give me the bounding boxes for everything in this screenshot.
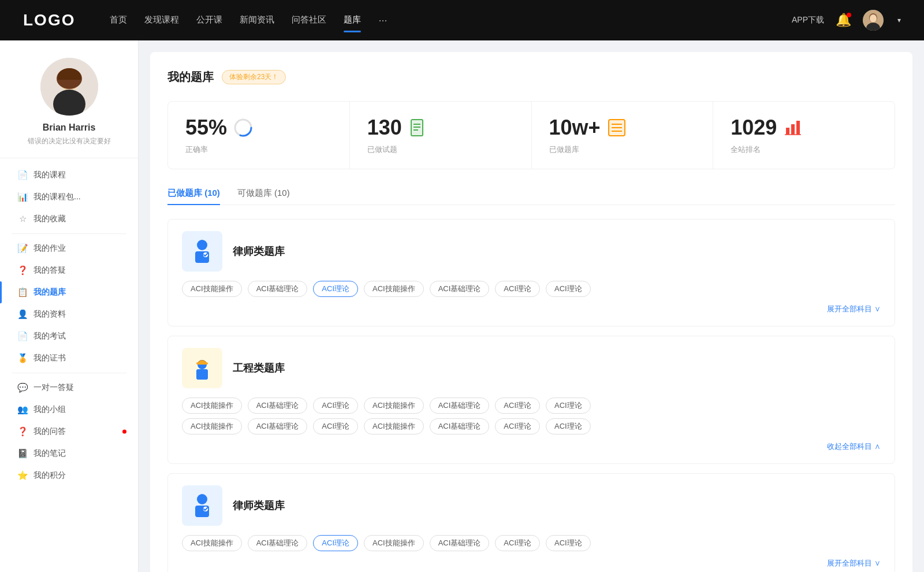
tag-1-1[interactable]: ACI基础理论	[248, 281, 308, 297]
nav-discover[interactable]: 发现课程	[144, 11, 179, 30]
sidebar-item-notes[interactable]: 📓 我的笔记	[0, 443, 138, 465]
sidebar-label-homework: 我的作业	[33, 243, 66, 254]
sidebar-label-my-questions: 我的问答	[33, 426, 66, 437]
sidebar-label-1on1: 一对一答疑	[33, 382, 74, 393]
tag-3-0[interactable]: ACI技能操作	[182, 535, 242, 551]
user-menu-chevron[interactable]: ▾	[897, 16, 901, 24]
stat-rank-top: 1029	[731, 116, 877, 140]
tab-done-banks[interactable]: 已做题库 (10)	[167, 188, 220, 205]
tag-3-5[interactable]: ACI理论	[495, 535, 540, 551]
tag-2r2-5[interactable]: ACI理论	[495, 418, 540, 434]
tag-2r2-6[interactable]: ACI理论	[546, 418, 591, 434]
stat-rank-value: 1029	[731, 116, 777, 140]
qbank-card-3: 律师类题库 ACI技能操作 ACI基础理论 ACI理论 ACI技能操作 ACI基…	[167, 473, 895, 572]
sidebar-item-groups[interactable]: 👥 我的小组	[0, 399, 138, 421]
tag-1-2[interactable]: ACI理论	[313, 281, 358, 297]
qbank-card-1-expand[interactable]: 展开全部科目 ∨	[182, 302, 881, 314]
tag-3-6[interactable]: ACI理论	[546, 535, 591, 551]
tag-1-3[interactable]: ACI技能操作	[364, 281, 424, 297]
tag-2r2-3[interactable]: ACI技能操作	[364, 418, 424, 434]
svg-point-30	[197, 494, 207, 504]
sidebar-item-questionbank[interactable]: 📋 我的题库	[0, 281, 138, 303]
groups-icon: 👥	[17, 404, 28, 415]
stat-questions-value: 130	[367, 116, 402, 140]
qbank-card-1-tags: ACI技能操作 ACI基础理论 ACI理论 ACI技能操作 ACI基础理论 AC…	[182, 281, 881, 297]
qbank-card-3-expand[interactable]: 展开全部科目 ∨	[182, 556, 881, 569]
qbank-card-2-header: 工程类题库	[182, 348, 881, 388]
tag-1-0[interactable]: ACI技能操作	[182, 281, 242, 297]
sidebar-item-favorites[interactable]: ☆ 我的收藏	[0, 208, 138, 230]
tag-2r2-4[interactable]: ACI基础理论	[430, 418, 490, 434]
sidebar-item-my-questions[interactable]: ❓ 我的问答	[0, 421, 138, 443]
sidebar-item-qa[interactable]: ❓ 我的答疑	[0, 259, 138, 281]
sidebar-label-certificate: 我的证书	[33, 353, 66, 363]
exam-icon: 📄	[17, 331, 28, 341]
nav-open-course[interactable]: 公开课	[196, 11, 222, 30]
tag-1-6[interactable]: ACI理论	[546, 281, 591, 297]
sidebar-item-certificate[interactable]: 🏅 我的证书	[0, 347, 138, 369]
profile-name: Brian Harris	[43, 122, 96, 133]
svg-rect-29	[196, 362, 208, 365]
tag-2-4[interactable]: ACI基础理论	[430, 398, 490, 414]
sidebar-label-profile: 我的资料	[33, 309, 66, 320]
qbank-card-3-header: 律师类题库	[182, 485, 881, 526]
tab-available-banks[interactable]: 可做题库 (10)	[237, 188, 290, 205]
tag-3-1[interactable]: ACI基础理论	[248, 535, 308, 551]
svg-rect-21	[791, 124, 795, 135]
packages-icon: 📊	[17, 192, 28, 202]
tag-2-3[interactable]: ACI技能操作	[364, 398, 424, 414]
tag-1-4[interactable]: ACI基础理论	[430, 281, 490, 297]
points-icon: ⭐	[17, 470, 28, 481]
sidebar-item-1on1[interactable]: 💬 一对一答疑	[0, 377, 138, 399]
qbank-card-2-title: 工程类题库	[233, 361, 285, 375]
sidebar-item-exam[interactable]: 📄 我的考试	[0, 325, 138, 347]
sidebar-divider-1	[12, 233, 126, 234]
tag-2-5[interactable]: ACI理论	[495, 398, 540, 414]
nav-home[interactable]: 首页	[110, 11, 127, 30]
pie-chart-icon	[234, 118, 252, 137]
tag-2-2[interactable]: ACI理论	[313, 398, 358, 414]
tag-3-4[interactable]: ACI基础理论	[430, 535, 490, 551]
nav-right: APP下载 🔔 ▾	[792, 10, 901, 31]
tag-2-1[interactable]: ACI基础理论	[248, 398, 308, 414]
sidebar-label-favorites: 我的收藏	[33, 214, 66, 224]
stat-questions-done: 130 已做试题	[350, 102, 532, 169]
logo: LOGO	[23, 11, 75, 29]
tag-2r2-2[interactable]: ACI理论	[313, 418, 358, 434]
nav-questionbank[interactable]: 题库	[344, 11, 361, 30]
tag-3-2[interactable]: ACI理论	[313, 535, 358, 551]
main-content: 我的题库 体验剩余23天！ 55% 正确率 130	[150, 52, 912, 572]
tag-2r2-0[interactable]: ACI技能操作	[182, 418, 242, 434]
nav-qa[interactable]: 问答社区	[292, 11, 326, 30]
tag-2r2-1[interactable]: ACI基础理论	[248, 418, 308, 434]
qbank-card-2-collapse[interactable]: 收起全部科目 ∧	[182, 439, 881, 452]
sidebar-item-course-packages[interactable]: 📊 我的课程包...	[0, 186, 138, 208]
sidebar-label-exam: 我的考试	[33, 331, 66, 341]
app-download-button[interactable]: APP下载	[792, 15, 824, 25]
profile-avatar[interactable]	[40, 58, 98, 116]
tag-2-0[interactable]: ACI技能操作	[182, 398, 242, 414]
svg-rect-20	[786, 128, 789, 135]
qbank-card-3-tags: ACI技能操作 ACI基础理论 ACI理论 ACI技能操作 ACI基础理论 AC…	[182, 535, 881, 551]
tag-1-5[interactable]: ACI理论	[495, 281, 540, 297]
stat-banks-done: 10w+ 已做题库	[532, 102, 714, 169]
stat-accuracy-label: 正确率	[185, 144, 332, 155]
sidebar-item-homework[interactable]: 📝 我的作业	[0, 237, 138, 259]
sidebar-label-points: 我的积分	[33, 470, 66, 481]
courses-icon: 📄	[17, 170, 28, 180]
trial-badge: 体验剩余23天！	[222, 70, 286, 84]
notification-bell[interactable]: 🔔	[836, 13, 851, 28]
sidebar-label-groups: 我的小组	[33, 404, 66, 415]
qa-sidebar-icon: ❓	[17, 265, 28, 276]
sidebar-item-profile[interactable]: 👤 我的资料	[0, 303, 138, 325]
sidebar-label-notes: 我的笔记	[33, 448, 66, 459]
tag-3-3[interactable]: ACI技能操作	[364, 535, 424, 551]
qbank-card-2-tags-row2: ACI技能操作 ACI基础理论 ACI理论 ACI技能操作 ACI基础理论 AC…	[182, 418, 881, 434]
sidebar-item-points[interactable]: ⭐ 我的积分	[0, 465, 138, 486]
doc-icon	[409, 118, 427, 137]
user-avatar[interactable]	[863, 10, 884, 31]
nav-more[interactable]: ···	[378, 11, 387, 30]
sidebar-item-my-courses[interactable]: 📄 我的课程	[0, 164, 138, 186]
nav-news[interactable]: 新闻资讯	[240, 11, 274, 30]
tag-2-6[interactable]: ACI理论	[546, 398, 591, 414]
